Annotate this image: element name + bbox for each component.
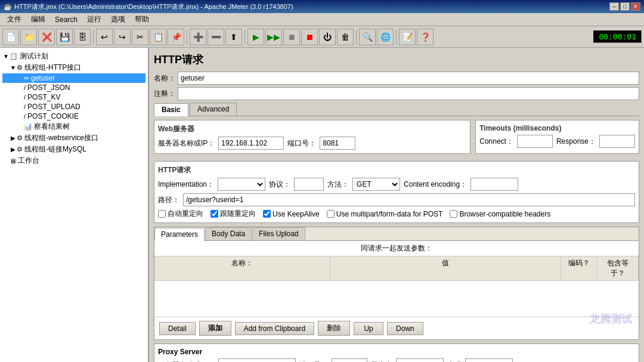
undo-button[interactable]: ↩ xyxy=(96,29,113,45)
run-all-button[interactable]: ▶▶ xyxy=(265,29,282,45)
menu-item-文件[interactable]: 文件 xyxy=(2,13,26,26)
browse-button[interactable]: 🌐 xyxy=(377,29,394,45)
minimize-button[interactable]: ─ xyxy=(609,2,619,11)
server-input[interactable] xyxy=(218,137,284,150)
checkbox-auto-redirect[interactable]: 自动重定向 xyxy=(158,209,203,219)
menu-item-运行[interactable]: 运行 xyxy=(82,13,106,26)
tab-advanced[interactable]: Advanced xyxy=(190,103,237,116)
encoding-input[interactable] xyxy=(470,178,518,191)
follow-redirect-check[interactable] xyxy=(210,210,218,218)
menu-item-帮助[interactable]: 帮助 xyxy=(130,13,154,26)
tree-item-workbench[interactable]: 🖥 工作台 xyxy=(2,155,145,166)
response-input[interactable] xyxy=(599,135,635,148)
tree-item-post-upload[interactable]: / POST_UPLOAD xyxy=(2,102,145,112)
tree-item-results[interactable]: 📊 察看结果树 xyxy=(2,121,145,132)
auto-redirect-label: 自动重定向 xyxy=(168,209,203,219)
path-label: 路径： xyxy=(158,195,179,205)
tree-item-threadgroup-http[interactable]: ▼ ⚙ 线程组-HTTP接口 xyxy=(2,62,145,73)
toggle-testplan[interactable]: ▼ xyxy=(2,53,10,60)
port-input[interactable] xyxy=(320,137,355,150)
tree-panel: ▼ 📋 测试计划 ▼ ⚙ 线程组-HTTP接口 ✏ getuser / POST… xyxy=(0,48,149,362)
auto-redirect-check[interactable] xyxy=(158,210,166,218)
checkbox-keepalive[interactable]: Use KeepAlive xyxy=(263,210,320,218)
method-select[interactable]: GET POST PUT DELETE xyxy=(352,178,400,191)
run-button[interactable]: ▶ xyxy=(247,29,264,45)
maximize-button[interactable]: □ xyxy=(620,2,630,11)
post-kv-icon: / xyxy=(24,94,26,101)
save-as-button[interactable]: 🗄 xyxy=(74,29,91,45)
add-button[interactable]: ➕ xyxy=(190,29,206,45)
connect-input[interactable] xyxy=(517,135,553,148)
keepalive-check[interactable] xyxy=(263,210,271,218)
help-button[interactable]: ❓ xyxy=(417,29,434,45)
proxy-user-input[interactable] xyxy=(396,358,444,362)
path-input[interactable] xyxy=(183,193,635,206)
stop-button[interactable]: ⏹ xyxy=(283,29,300,45)
up-button[interactable]: Up xyxy=(354,322,383,335)
proxy-port-input[interactable] xyxy=(332,358,367,362)
multipart-check[interactable] xyxy=(327,210,335,218)
delete-button[interactable]: 删除 xyxy=(318,321,350,336)
inner-tab-parameters[interactable]: Parameters xyxy=(154,228,205,241)
menu-item-Search[interactable]: Search xyxy=(50,14,82,25)
post-json-icon: / xyxy=(24,84,26,91)
down-button[interactable]: Down xyxy=(387,322,423,335)
close-button2[interactable]: ❌ xyxy=(38,29,55,45)
detail-button[interactable]: Detail xyxy=(159,322,196,335)
connect-label: Connect： xyxy=(479,137,513,147)
add-clipboard-button[interactable]: Add from Clipboard xyxy=(235,322,314,335)
main-layout: ▼ 📋 测试计划 ▼ ⚙ 线程组-HTTP接口 ✏ getuser / POST… xyxy=(0,48,644,362)
response-label: Response： xyxy=(556,137,596,147)
remove-button[interactable]: ➖ xyxy=(208,29,224,45)
add-button[interactable]: 添加 xyxy=(199,321,231,336)
tree-item-getuser[interactable]: ✏ getuser xyxy=(2,73,145,83)
search-button[interactable]: 🔍 xyxy=(359,29,376,45)
tree-item-threadgroup-mysql[interactable]: ▶ ⚙ 线程组-链接MySQL xyxy=(2,144,145,155)
impl-select[interactable] xyxy=(218,178,265,191)
tree-item-post-cookie[interactable]: / POST_COOKIE xyxy=(2,112,145,121)
inner-tab-body-data[interactable]: Body Data xyxy=(205,227,252,240)
workbench-icon: 🖥 xyxy=(10,157,16,165)
comment-input[interactable] xyxy=(178,87,639,100)
sep3 xyxy=(244,30,245,44)
name-input[interactable] xyxy=(178,72,639,85)
proxy-user-label: 用户名 xyxy=(371,360,392,363)
close-button[interactable]: ✕ xyxy=(631,2,640,11)
open-button[interactable]: 📁 xyxy=(20,29,37,45)
name-row: 名称： xyxy=(154,72,639,85)
tree-item-testplan[interactable]: ▼ 📋 测试计划 xyxy=(2,51,145,62)
proxy-pass-input[interactable] xyxy=(465,358,513,362)
tree-item-post-kv[interactable]: / POST_KV xyxy=(2,92,145,102)
timeouts-section: Timeouts (milliseconds) Connect： Respons… xyxy=(475,120,639,154)
checkbox-follow-redirect[interactable]: 跟随重定向 xyxy=(210,209,256,219)
timeouts-title: Timeouts (milliseconds) xyxy=(479,124,635,132)
proxy-server-input[interactable] xyxy=(218,358,296,362)
post-kv-label: POST_KV xyxy=(27,93,60,101)
tab-basic[interactable]: Basic xyxy=(154,103,188,116)
tree-item-threadgroup-ws[interactable]: ▶ ⚙ 线程组-webservice接口 xyxy=(2,132,145,144)
list-button[interactable]: 📝 xyxy=(399,29,416,45)
shutdown-button[interactable]: ⏻ xyxy=(319,29,336,45)
menu-item-选项[interactable]: 选项 xyxy=(106,13,130,26)
inner-tab-files-upload[interactable]: Files Upload xyxy=(252,227,305,240)
toggle-threadgroup-ws[interactable]: ▶ xyxy=(10,135,17,141)
cut-button[interactable]: ✂ xyxy=(132,29,148,45)
toggle-threadgroup-http[interactable]: ▼ xyxy=(10,64,17,71)
protocol-input[interactable] xyxy=(294,178,324,191)
copy-button[interactable]: 📋 xyxy=(150,29,166,45)
browser-headers-check[interactable] xyxy=(450,210,457,218)
checkbox-multipart[interactable]: Use multipart/form-data for POST xyxy=(327,210,443,218)
redo-button[interactable]: ↪ xyxy=(114,29,131,45)
clear-button[interactable]: 🗑 xyxy=(337,29,354,45)
new-button[interactable]: 📄 xyxy=(2,29,19,45)
checkbox-browser-headers[interactable]: Browser-compatible headers xyxy=(450,210,550,218)
tree-item-post-json[interactable]: / POST_JSON xyxy=(2,83,145,92)
menu-item-编辑[interactable]: 编辑 xyxy=(26,13,50,26)
save-button[interactable]: 💾 xyxy=(56,29,73,45)
paste-button[interactable]: 📌 xyxy=(168,29,184,45)
move-up-button[interactable]: ⬆ xyxy=(225,29,242,45)
stop-all-button[interactable]: ⏹ xyxy=(301,29,318,45)
menu-bar: 文件编辑Search运行选项帮助 xyxy=(0,13,644,26)
testplan-icon: 📋 xyxy=(10,52,18,60)
toggle-threadgroup-mysql[interactable]: ▶ xyxy=(10,146,17,153)
